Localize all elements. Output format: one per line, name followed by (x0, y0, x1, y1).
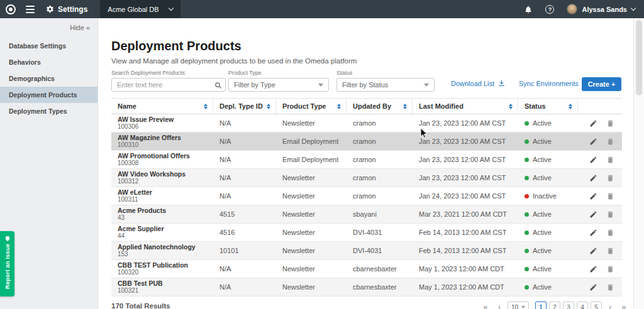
sort-icon[interactable] (204, 104, 208, 109)
download-icon (497, 79, 506, 87)
product-type: Email Deployment (276, 156, 347, 163)
pagination-page-3[interactable]: 3 (563, 301, 574, 309)
product-id: 153 (118, 251, 208, 258)
scrollbar-thumb[interactable] (636, 20, 642, 95)
sidebar-item-database-settings[interactable]: Database Settings (0, 38, 97, 54)
edit-icon[interactable] (589, 156, 597, 164)
delete-icon[interactable] (606, 174, 614, 182)
hamburger-menu-icon[interactable] (26, 6, 35, 13)
delete-icon[interactable] (606, 192, 614, 200)
table-row[interactable]: Acme Supplier44 4516 Newsletter DVI-4031… (111, 224, 622, 242)
updated-by: DVI-4031 (347, 247, 413, 254)
column-header-name[interactable]: Name (111, 99, 213, 114)
delete-icon[interactable] (606, 265, 614, 273)
column-header-status[interactable]: Status (518, 99, 578, 114)
table-row[interactable]: Acme Products43 4515 Newsletter sbayani … (111, 205, 622, 224)
sidebar-item-demographics[interactable]: Demographics (0, 70, 97, 87)
delete-icon[interactable] (606, 156, 614, 164)
product-type: Newsletter (276, 119, 347, 127)
sort-icon[interactable] (267, 104, 270, 109)
edit-icon[interactable] (589, 210, 597, 219)
pagination-last-button[interactable]: » (618, 301, 630, 309)
pagination-page-4[interactable]: 4 (577, 301, 588, 309)
chevron-down-icon (631, 6, 636, 11)
sort-icon[interactable] (569, 104, 572, 109)
settings-label[interactable]: Settings (58, 5, 87, 14)
sidebar-item-behaviors[interactable]: Behaviors (0, 54, 97, 70)
product-type: Newsletter (276, 210, 347, 218)
edit-icon[interactable] (589, 174, 597, 182)
edit-icon[interactable] (589, 265, 597, 273)
pagination-first-button[interactable]: « (480, 301, 491, 309)
omeda-logo-icon[interactable] (6, 4, 16, 14)
help-icon[interactable]: ? (545, 5, 554, 14)
total-results: 170 Total Results (111, 302, 170, 309)
delete-icon[interactable] (606, 283, 614, 291)
pagination-prev-button[interactable]: ‹ (494, 301, 505, 309)
table-row[interactable]: AW Promotional Offers100308 N/A Email De… (111, 151, 622, 169)
table-row[interactable]: AW Video Workshops100312 N/A Newsletter … (111, 169, 622, 187)
database-selector-value: Acme Global DB (108, 6, 158, 13)
product-type: Newsletter (276, 283, 347, 291)
table-row[interactable]: AW eLetter100311 N/A Newsletter cramon J… (111, 187, 622, 205)
page-size-select[interactable]: 10 (508, 301, 529, 309)
bell-icon[interactable] (524, 5, 533, 14)
edit-icon[interactable] (589, 229, 597, 237)
table-row[interactable]: AW Issue Preview100306 N/A Newsletter cr… (111, 114, 622, 133)
bug-icon (4, 235, 11, 241)
gear-icon[interactable] (46, 5, 54, 13)
edit-icon[interactable] (589, 138, 597, 146)
delete-icon[interactable] (606, 229, 614, 237)
column-header-last-modified[interactable]: Last Modified (413, 99, 518, 114)
search-icon[interactable] (214, 80, 222, 92)
edit-icon[interactable] (589, 192, 597, 200)
report-issue-button[interactable]: Report an Issue (0, 231, 14, 296)
sidebar-item-deployment-types[interactable]: Deployment Types (0, 103, 97, 119)
sort-icon[interactable] (403, 104, 407, 109)
top-navbar: Settings Acme Global DB ? Alyssa Sands (0, 0, 644, 18)
product-name: AW eLetter (118, 188, 208, 196)
search-input[interactable] (111, 78, 226, 92)
delete-icon[interactable] (606, 247, 614, 255)
edit-icon[interactable] (589, 247, 597, 255)
user-menu[interactable]: Alyssa Sands (567, 4, 635, 14)
sort-icon[interactable] (509, 104, 513, 109)
table-row[interactable]: AW Magazine Offers100310 N/A Email Deplo… (111, 133, 622, 151)
table-row[interactable]: CBB Test PUB100321 N/A Newsletter cbarne… (111, 278, 622, 296)
updated-by: cramon (347, 174, 413, 182)
depl-type-id: N/A (213, 283, 276, 291)
pagination-page-2[interactable]: 2 (549, 301, 560, 309)
status-label: Active (533, 138, 552, 145)
page-subtitle: View and Manage all deployment products … (111, 57, 357, 65)
pagination-page-5[interactable]: 5 (591, 301, 602, 309)
column-header-depl-type-id[interactable]: Depl. Type ID (213, 99, 276, 114)
product-id: 100312 (118, 178, 208, 185)
product-name: Acme Products (118, 207, 208, 214)
create-button[interactable]: Create + (582, 77, 621, 91)
vertical-scrollbar[interactable] (633, 18, 644, 309)
last-modified: Jan 23, 2023 12:00 AM CST (413, 156, 518, 163)
product-type-select[interactable]: Filter by Type (228, 78, 329, 92)
delete-icon[interactable] (606, 210, 614, 219)
delete-icon[interactable] (606, 138, 614, 146)
delete-icon[interactable] (606, 119, 614, 127)
status-dot (525, 176, 529, 180)
download-list-link[interactable]: Download List (451, 79, 506, 87)
page-title: Deployment Products (111, 39, 242, 53)
sort-icon[interactable] (337, 104, 341, 109)
column-header-updated-by[interactable]: Updated By (347, 99, 413, 114)
pagination-next-button[interactable]: › (604, 301, 616, 309)
sync-environments-link[interactable]: Sync Environments (519, 79, 590, 87)
status-select[interactable]: Filter by Status (336, 78, 435, 92)
sidebar-hide-button[interactable]: Hide « (0, 18, 97, 38)
column-header-product-type[interactable]: Product Type (276, 99, 347, 114)
updated-by: cramon (347, 192, 413, 200)
pagination-page-1[interactable]: 1 (535, 301, 547, 309)
edit-icon[interactable] (589, 283, 597, 291)
table-row[interactable]: Applied Nanotechnology153 10101 Newslett… (111, 242, 622, 260)
database-selector[interactable]: Acme Global DB (100, 0, 180, 18)
last-modified: Jan 23, 2023 12:00 AM CST (413, 138, 518, 145)
sidebar-item-deployment-products[interactable]: Deployment Products (0, 87, 97, 103)
table-row[interactable]: CBB TEST Publication100320 N/A Newslette… (111, 260, 622, 278)
edit-icon[interactable] (589, 119, 597, 127)
